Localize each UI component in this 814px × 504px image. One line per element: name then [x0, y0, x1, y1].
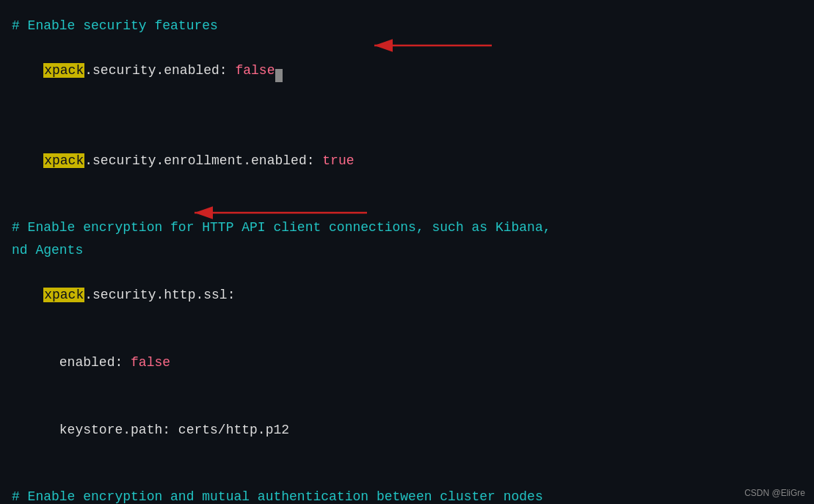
code-editor: # Enable security features xpack.securit… [0, 0, 814, 504]
blank-line-1 [12, 104, 802, 127]
value-true-enrollment: true [322, 153, 354, 168]
key-enrollment: .security.enrollment.enabled: [84, 153, 322, 168]
xpack-highlight: xpack [43, 63, 84, 78]
key-http-ssl: .security.http.ssl: [84, 288, 235, 302]
line-enrollment: xpack.security.enrollment.enabled: true [12, 127, 802, 194]
key-rest: .security.enabled: [84, 63, 235, 78]
indent-http: enabled: [43, 355, 131, 370]
xpack-highlight-2: xpack [43, 153, 84, 168]
watermark: CSDN @EliGre [744, 488, 805, 498]
value-false: false [235, 63, 275, 78]
line-comment1: # Enable security features [12, 15, 802, 37]
line-http-keystore: keystore.path: certs/http.p12 [12, 396, 802, 464]
line-http-ssl: xpack.security.http.ssl: [12, 262, 802, 329]
key-http-keystore: keystore.path: certs/http.p12 [43, 423, 289, 437]
line-comment-http: # Enable encryption for HTTP API client … [12, 216, 802, 239]
line-comment-http-b: nd Agents [12, 239, 802, 262]
blank-line-2 [12, 194, 802, 217]
xpack-highlight-3: xpack [43, 288, 84, 302]
line-comment-transport: # Enable encryption and mutual authentic… [12, 486, 802, 504]
line-http-enabled: enabled: false [12, 329, 802, 396]
cursor [275, 69, 283, 82]
line-security-enabled: xpack.security.enabled: false [12, 37, 802, 105]
value-false-http: false [131, 355, 170, 370]
blank-line-3 [12, 464, 802, 486]
